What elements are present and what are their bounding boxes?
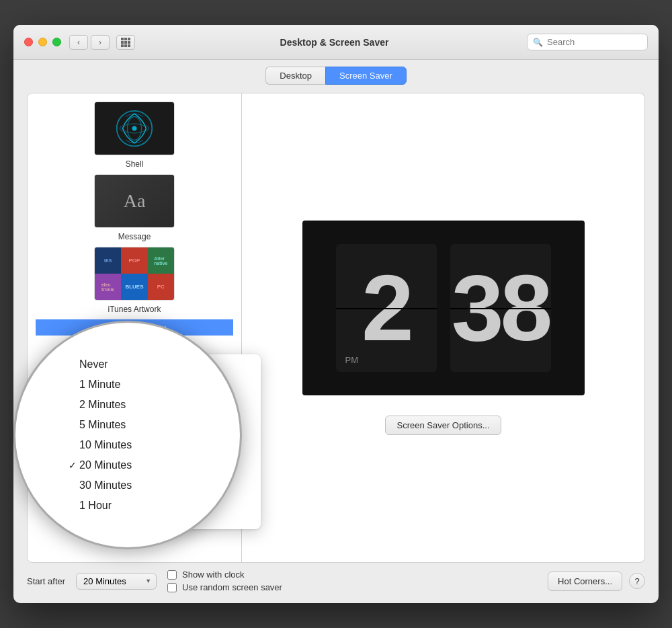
flip-clock: PM 2 38: [336, 244, 551, 372]
saver-thumbnail-itunes: IES POP Alternative electronic BLUES PC: [94, 247, 175, 301]
preview-area: PM 2 38: [302, 221, 585, 395]
titlebar: ‹ › Desktop & Screen Saver 🔍: [13, 25, 659, 60]
clock-hour-digit: 2: [362, 261, 411, 355]
popup-label-1min: 1 Minute: [136, 384, 175, 395]
popup-label-2min: 2 Minutes: [136, 405, 179, 416]
grid-button[interactable]: [116, 35, 135, 50]
svg-point-3: [132, 126, 137, 131]
show-with-clock-checkbox[interactable]: [167, 570, 177, 580]
tab-bar: Desktop Screen Saver: [13, 60, 659, 93]
search-icon: 🔍: [533, 38, 543, 47]
help-button[interactable]: ?: [629, 573, 645, 589]
tab-screen-saver[interactable]: Screen Saver: [325, 67, 407, 85]
popup-item-10min[interactable]: 10 Minutes: [113, 442, 261, 463]
clock-period-label: PM: [345, 355, 359, 365]
word-highlight-bar: Word of the Day: [36, 319, 233, 336]
dropdown-popup: Never 1 Minute 2 Minutes 5 Minutes 10 Mi…: [113, 354, 261, 529]
screen-saver-options-button[interactable]: Screen Saver Options...: [385, 416, 501, 435]
use-random-row: Use random screen saver: [167, 582, 537, 592]
time-dropdown-wrapper: 20 Minutes ▼: [76, 573, 157, 590]
time-dropdown[interactable]: 20 Minutes: [76, 573, 157, 590]
message-preview-text: Aa: [95, 175, 174, 227]
popup-item-20min[interactable]: ✓ 20 Minutes: [113, 463, 261, 483]
popup-item-1hour[interactable]: 1 Hour: [113, 504, 261, 525]
popup-label-never: Never: [136, 363, 163, 375]
right-panel: PM 2 38 Screen Saver Options...: [242, 93, 645, 563]
nav-buttons: ‹ ›: [69, 35, 110, 50]
use-random-label: Use random screen saver: [182, 582, 282, 592]
checkboxes: Show with clock Use random screen saver: [167, 570, 537, 592]
saver-label-shell: Shell: [126, 159, 144, 169]
popup-item-30min[interactable]: 30 Minutes: [113, 483, 261, 504]
maximize-button[interactable]: [52, 38, 61, 46]
selected-checkmark-icon: ✓: [122, 468, 130, 478]
content-area: Shell Aa Message IES POP Alternati: [13, 93, 659, 563]
traffic-lights: [24, 38, 61, 46]
popup-item-1min[interactable]: 1 Minute: [113, 379, 261, 400]
saver-thumbnail-message: Aa: [94, 174, 175, 228]
popup-item-never[interactable]: Never: [113, 358, 261, 379]
hot-corners-button[interactable]: Hot Corners...: [548, 572, 622, 591]
close-button[interactable]: [24, 38, 33, 46]
minimize-button[interactable]: [38, 38, 47, 46]
popup-label-30min: 30 Minutes: [136, 488, 185, 500]
word-bar-label: Word of the Day: [103, 323, 166, 333]
popup-label-1hour: 1 Hour: [136, 509, 166, 520]
grid-icon: [121, 38, 130, 47]
popup-label-5min: 5 Minutes: [136, 426, 179, 437]
clock-minute-panel: 38: [450, 244, 551, 372]
saver-label-message: Message: [118, 232, 151, 241]
bottom-right-buttons: Hot Corners... ?: [548, 572, 645, 591]
saver-item-shell[interactable]: Shell: [36, 102, 233, 169]
show-with-clock-label: Show with clock: [182, 570, 244, 580]
show-with-clock-row: Show with clock: [167, 570, 537, 580]
saver-item-message[interactable]: Aa Message: [36, 174, 233, 241]
back-icon: ‹: [77, 38, 80, 47]
popup-item-2min[interactable]: 2 Minutes: [113, 400, 261, 421]
window-title: Desktop & Screen Saver: [142, 37, 527, 48]
search-input[interactable]: [547, 37, 641, 47]
clock-hour-panel: PM 2: [336, 244, 437, 372]
popup-item-5min[interactable]: 5 Minutes: [113, 421, 261, 442]
start-after-label: Start after: [27, 576, 65, 586]
saver-label-itunes: iTunes Artwork: [108, 305, 161, 314]
forward-icon: ›: [99, 38, 101, 47]
forward-button[interactable]: ›: [91, 35, 110, 50]
saver-item-itunes[interactable]: IES POP Alternative electronic BLUES PC …: [36, 247, 233, 314]
tab-desktop[interactable]: Desktop: [265, 67, 325, 85]
clock-minute-digit: 38: [452, 261, 550, 355]
main-window: ‹ › Desktop & Screen Saver 🔍 Desktop Scr…: [13, 25, 659, 603]
use-random-checkbox[interactable]: [167, 583, 177, 592]
back-button[interactable]: ‹: [69, 35, 88, 50]
saver-item-word[interactable]: Word of the Day: [36, 319, 233, 336]
saver-thumbnail-shell: [94, 102, 175, 155]
popup-label-20min: 20 Minutes: [136, 467, 185, 479]
search-box[interactable]: 🔍: [527, 34, 648, 50]
bottom-bar: Start after 20 Minutes ▼ Show with clock…: [13, 563, 659, 603]
popup-label-10min: 10 Minutes: [136, 446, 185, 458]
